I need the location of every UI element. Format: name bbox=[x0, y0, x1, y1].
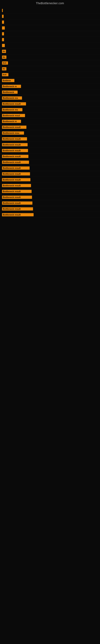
bar-row-28: Bottleneck result bbox=[0, 171, 100, 177]
bar-row-31: Bottleneck result bbox=[0, 188, 100, 194]
bar-label-18: Bottleneck resul bbox=[2, 114, 25, 117]
bar-row-1 bbox=[0, 14, 100, 19]
bar-label-5 bbox=[2, 38, 4, 41]
bar-row-14: Bottleneck bbox=[0, 89, 100, 95]
bar-label-14: Bottleneck bbox=[2, 90, 18, 94]
bar-row-20: Bottleneck result bbox=[0, 124, 100, 130]
bar-label-7: Bo bbox=[2, 50, 6, 53]
bar-row-6 bbox=[0, 43, 100, 48]
bar-label-2 bbox=[2, 20, 4, 24]
bar-row-13: Bottleneck re bbox=[0, 84, 100, 89]
bar-label-11: Bott bbox=[2, 73, 8, 76]
bar-label-17: Bottleneck res bbox=[2, 108, 22, 111]
bar-label-26: Bottleneck result bbox=[2, 160, 29, 164]
bar-row-35: Bottleneck result bbox=[0, 212, 100, 218]
bars-container: BoBoBottBoBottBottleneBottleneck reBottl… bbox=[0, 6, 100, 218]
bar-row-3 bbox=[0, 25, 100, 31]
bar-label-1 bbox=[2, 15, 3, 18]
bar-label-33: Bottleneck result bbox=[2, 202, 32, 205]
bar-row-18: Bottleneck resul bbox=[0, 113, 100, 118]
bar-label-21: Bottleneck resu bbox=[2, 132, 24, 135]
bar-row-24: Bottleneck result bbox=[0, 148, 100, 154]
bar-label-6 bbox=[2, 44, 5, 47]
bar-row-0 bbox=[0, 8, 100, 14]
bar-row-25: Bottleneck result bbox=[0, 154, 100, 160]
bar-label-27: Bottleneck result bbox=[2, 166, 30, 170]
bar-label-19: Bottleneck re bbox=[2, 120, 21, 123]
bar-row-9: Bott bbox=[0, 60, 100, 66]
bar-label-29: Bottleneck result bbox=[2, 178, 30, 181]
bar-label-13: Bottleneck re bbox=[2, 85, 21, 88]
bar-label-4 bbox=[2, 32, 4, 36]
bar-label-24: Bottleneck result bbox=[2, 149, 28, 152]
bar-label-20: Bottleneck result bbox=[2, 126, 26, 129]
bar-label-22: Bottleneck result bbox=[2, 137, 27, 140]
bar-label-0 bbox=[2, 9, 3, 12]
bar-row-32: Bottleneck result bbox=[0, 194, 100, 200]
bar-row-12: Bottlene bbox=[0, 78, 100, 84]
bar-row-15: Bottleneck res bbox=[0, 95, 100, 101]
bar-row-33: Bottleneck result bbox=[0, 200, 100, 206]
bar-label-23: Bottleneck result bbox=[2, 143, 28, 146]
site-title: TheBottlenecker.com bbox=[0, 0, 100, 6]
bar-row-22: Bottleneck result bbox=[0, 136, 100, 142]
bar-label-8: Bo bbox=[2, 56, 6, 59]
bar-label-32: Bottleneck result bbox=[2, 196, 32, 199]
bar-row-8: Bo bbox=[0, 54, 100, 60]
bar-row-26: Bottleneck result bbox=[0, 160, 100, 165]
bar-label-25: Bottleneck result bbox=[2, 155, 28, 158]
bar-row-2 bbox=[0, 19, 100, 25]
bar-label-3 bbox=[2, 26, 5, 30]
bar-row-16: Bottleneck result bbox=[0, 101, 100, 107]
bar-row-21: Bottleneck resu bbox=[0, 130, 100, 136]
bar-label-16: Bottleneck result bbox=[2, 102, 26, 106]
bar-label-34: Bottleneck result bbox=[2, 207, 33, 210]
bar-row-29: Bottleneck result bbox=[0, 177, 100, 183]
bar-label-10: Bo bbox=[2, 67, 6, 70]
bar-label-9: Bott bbox=[2, 62, 8, 64]
bar-row-27: Bottleneck result bbox=[0, 165, 100, 171]
bar-label-35: Bottleneck result bbox=[2, 213, 34, 216]
bar-label-31: Bottleneck result bbox=[2, 190, 32, 193]
bar-label-15: Bottleneck res bbox=[2, 96, 22, 100]
bar-row-5 bbox=[0, 37, 100, 43]
bar-row-17: Bottleneck res bbox=[0, 107, 100, 113]
bar-label-28: Bottleneck result bbox=[2, 172, 30, 176]
bar-label-30: Bottleneck result bbox=[2, 184, 31, 187]
bar-row-34: Bottleneck result bbox=[0, 206, 100, 212]
bar-row-10: Bo bbox=[0, 66, 100, 72]
bar-row-23: Bottleneck result bbox=[0, 142, 100, 148]
bar-row-4 bbox=[0, 31, 100, 37]
bar-label-12: Bottlene bbox=[2, 79, 14, 82]
bar-row-7: Bo bbox=[0, 48, 100, 54]
bar-row-30: Bottleneck result bbox=[0, 183, 100, 188]
bar-row-11: Bott bbox=[0, 72, 100, 78]
bar-row-19: Bottleneck re bbox=[0, 118, 100, 124]
